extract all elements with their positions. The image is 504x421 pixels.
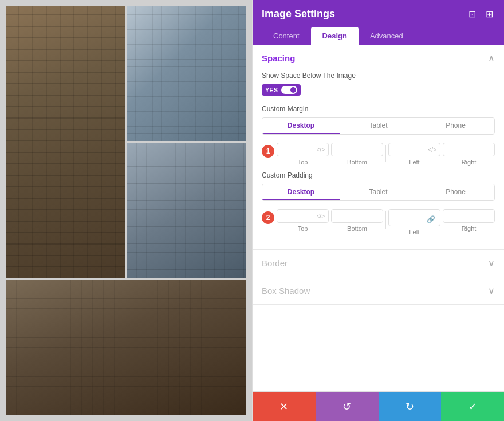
undo-icon: ↺: [342, 400, 351, 413]
redo-button[interactable]: ↻: [379, 392, 442, 421]
panel-header: Image Settings ⊡ ⊞ Content Design Advanc…: [253, 0, 504, 45]
margin-tablet-tab[interactable]: Tablet: [340, 118, 417, 134]
margin-bottom-label: Bottom: [347, 159, 367, 166]
save-button[interactable]: ✓: [441, 392, 504, 421]
tab-advanced[interactable]: Advanced: [359, 27, 415, 45]
undo-button[interactable]: ↺: [316, 392, 379, 421]
columns-icon[interactable]: ⊞: [483, 9, 495, 20]
margin-right-group: Right: [443, 143, 495, 166]
border-toggle-icon: ∨: [488, 258, 495, 269]
border-section-header[interactable]: Border ∨: [253, 250, 504, 277]
custom-margin-label: Custom Margin: [262, 105, 495, 113]
margin-left-group: -0.5vw </> Left: [388, 143, 440, 166]
redo-icon: ↻: [405, 400, 414, 413]
border-title: Border: [262, 258, 288, 268]
toggle-yes-label: YES: [265, 86, 278, 93]
panel-toolbar: ✕ ↺ ↻ ✓: [253, 391, 504, 421]
spacing-toggle-icon: ∧: [488, 53, 495, 64]
padding-bottom-group: Bottom: [331, 209, 383, 232]
spacing-title: Spacing: [262, 53, 295, 63]
padding-left-input[interactable]: 3vw: [392, 214, 423, 222]
margin-left-input-wrap: -0.5vw </>: [388, 143, 440, 156]
margin-desktop-tab[interactable]: Desktop: [262, 118, 340, 134]
padding-divider: [385, 211, 386, 229]
margin-bottom-input-wrap: [331, 143, 383, 156]
padding-phone-tab[interactable]: Phone: [417, 184, 494, 200]
margin-top-input[interactable]: 0.5vw: [281, 145, 314, 154]
image-bottom: [6, 280, 246, 415]
show-space-label: Show Space Below The Image: [262, 72, 495, 80]
padding-right-input-wrap: 3vw: [443, 209, 495, 223]
padding-top-input-wrap: </>: [277, 209, 329, 223]
margin-device-tabs: Desktop Tablet Phone: [262, 117, 495, 135]
padding-right-label: Right: [462, 225, 477, 232]
margin-inputs-row: 1 0.5vw </> Top Bottom: [262, 143, 495, 166]
cancel-icon: ✕: [279, 400, 288, 413]
padding-right-input[interactable]: 3vw: [447, 212, 491, 220]
show-space-toggle[interactable]: YES: [262, 84, 301, 96]
margin-right-input[interactable]: [447, 145, 491, 154]
panel-title: Image Settings: [262, 8, 335, 20]
padding-inputs-row: 2 </> Top Bottom: [262, 209, 495, 235]
padding-top-label: Top: [298, 225, 308, 232]
padding-left-input-wrap: 3vw 🔗: [388, 209, 440, 226]
padding-bottom-input-wrap: [331, 209, 383, 223]
settings-panel: Image Settings ⊡ ⊞ Content Design Advanc…: [252, 0, 504, 421]
image-main: [6, 6, 125, 278]
padding-left-group: 3vw 🔗 Left: [388, 209, 440, 235]
tabs-row: Content Design Advanced: [262, 27, 495, 45]
margin-top-input-wrap: 0.5vw </>: [277, 143, 329, 156]
box-shadow-toggle-icon: ∨: [488, 285, 495, 296]
margin-bottom-group: Bottom: [331, 143, 383, 166]
padding-device-tabs: Desktop Tablet Phone: [262, 184, 495, 201]
padding-tablet-tab[interactable]: Tablet: [340, 184, 417, 200]
margin-left-link-icon[interactable]: </>: [428, 147, 436, 153]
show-space-row: Show Space Below The Image YES: [262, 72, 495, 96]
fullscreen-icon[interactable]: ⊡: [466, 9, 478, 20]
margin-right-label: Right: [462, 159, 477, 166]
margin-left-label: Left: [409, 159, 419, 166]
image-mid-right: [127, 143, 246, 278]
margin-bottom-input[interactable]: [335, 145, 379, 154]
tab-design[interactable]: Design: [311, 27, 359, 45]
padding-bottom-label: Bottom: [347, 225, 367, 232]
panel-title-icons: ⊡ ⊞: [466, 9, 495, 20]
margin-badge: 1: [262, 145, 274, 158]
margin-phone-tab[interactable]: Phone: [417, 118, 494, 134]
margin-divider: [385, 145, 386, 162]
box-shadow-title: Box Shadow: [262, 286, 310, 296]
margin-top-label: Top: [298, 159, 308, 166]
margin-top-link-icon[interactable]: </>: [317, 147, 325, 153]
spacing-section: Spacing ∧ Show Space Below The Image YES…: [253, 45, 504, 250]
padding-link-icon[interactable]: 🔗: [426, 215, 436, 223]
padding-badge: 2: [262, 211, 274, 224]
image-panel: [0, 0, 252, 421]
margin-left-input[interactable]: -0.5vw: [392, 145, 426, 154]
margin-right-input-wrap: [443, 143, 495, 156]
spacing-section-header[interactable]: Spacing ∧: [253, 45, 504, 72]
panel-title-row: Image Settings ⊡ ⊞: [262, 8, 495, 20]
spacing-body: Show Space Below The Image YES Custom Ma…: [253, 72, 504, 249]
custom-padding-label: Custom Padding: [262, 171, 495, 179]
toggle-knob: [281, 86, 297, 94]
padding-top-input[interactable]: [281, 212, 314, 220]
margin-top-group: 0.5vw </> Top: [277, 143, 329, 166]
save-icon: ✓: [468, 400, 477, 413]
padding-bottom-input[interactable]: [335, 212, 379, 220]
image-top-right: [127, 6, 246, 141]
padding-top-link-icon[interactable]: </>: [317, 213, 325, 219]
box-shadow-section-header[interactable]: Box Shadow ∨: [253, 277, 504, 304]
tab-content[interactable]: Content: [262, 27, 311, 45]
border-section: Border ∨: [253, 250, 504, 277]
panel-content: Spacing ∧ Show Space Below The Image YES…: [253, 45, 504, 391]
padding-desktop-tab[interactable]: Desktop: [262, 184, 340, 200]
padding-left-label: Left: [409, 229, 419, 235]
cancel-button[interactable]: ✕: [253, 392, 316, 421]
padding-top-group: </> Top: [277, 209, 329, 232]
padding-right-group: 3vw Right: [443, 209, 495, 232]
box-shadow-section: Box Shadow ∨: [253, 277, 504, 305]
